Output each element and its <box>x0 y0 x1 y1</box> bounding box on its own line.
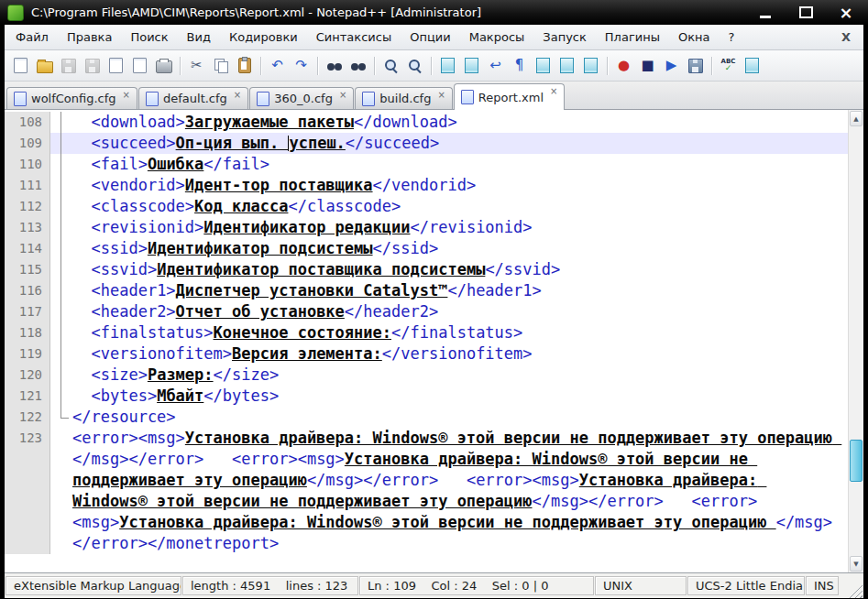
menubar-close-button[interactable]: X <box>829 30 863 44</box>
replace-icon <box>351 63 366 72</box>
record-macro-icon: ● <box>618 59 630 72</box>
editor-line-120[interactable]: 120 <size>Размер:</size> <box>5 365 848 386</box>
resize-grip[interactable] <box>849 584 863 598</box>
zoom-in-button[interactable] <box>379 54 402 77</box>
editor-line-116[interactable]: 116 <header1>Диспетчер установки Catalys… <box>5 280 848 301</box>
menu-settings[interactable]: Опции <box>401 26 459 49</box>
find-button[interactable] <box>323 54 346 77</box>
scrollbar-track[interactable] <box>849 127 863 555</box>
toolbar-separator <box>180 57 181 75</box>
menu-run[interactable]: Запуск <box>533 26 596 49</box>
line-number: 118 <box>5 322 50 343</box>
copy-button[interactable] <box>209 54 232 77</box>
undo-button[interactable]: ↶ <box>266 54 289 77</box>
document-map-button[interactable] <box>579 54 602 77</box>
tab-close-icon[interactable]: × <box>234 90 241 100</box>
menu-macro[interactable]: Макросы <box>460 26 534 49</box>
spell-check-button[interactable]: ABC✓ <box>717 54 740 77</box>
scroll-down-arrow[interactable]: ▼ <box>850 556 863 572</box>
status-doc-type: eXtensible Markup Language <box>5 576 181 595</box>
document-map-icon <box>584 58 598 73</box>
editor-line-110[interactable]: 110 <fail>Ошибка</fail> <box>5 154 848 175</box>
toolbar-separator <box>711 57 712 75</box>
document-monitor-button[interactable] <box>741 54 764 77</box>
indent-guide-icon <box>536 58 550 73</box>
editor-line-123[interactable]: 123<error><msg>Установка драйвера: Windo… <box>5 428 848 554</box>
status-encoding[interactable]: UCS-2 Little Endia <box>687 576 805 595</box>
menu-edit[interactable]: Правка <box>58 26 121 49</box>
menu-search[interactable]: Поиск <box>121 26 177 49</box>
status-insert-mode[interactable]: INS <box>806 576 839 595</box>
redo-button[interactable]: ↷ <box>290 54 313 77</box>
editor-line-119[interactable]: 119 <versionofitem>Версия элемента:</ver… <box>5 343 848 365</box>
save-all-icon <box>85 59 100 73</box>
paste-button[interactable] <box>233 54 256 77</box>
close-all-button[interactable] <box>128 54 151 77</box>
record-macro-button[interactable]: ● <box>612 54 635 77</box>
menu-help[interactable]: ? <box>719 26 743 49</box>
editor-line-121[interactable]: 121 <bytes>Мбайт</bytes> <box>5 386 848 407</box>
menu-encoding[interactable]: Кодировки <box>220 26 307 49</box>
zoom-out-button[interactable] <box>403 54 426 77</box>
editor-line-118[interactable]: 118 <finalstatus>Конечное состояние:</fi… <box>5 322 848 343</box>
cut-button[interactable]: ✂ <box>185 54 208 77</box>
sync-vertical-scroll-button[interactable] <box>436 54 459 77</box>
tab-close-icon[interactable]: × <box>550 86 557 96</box>
menu-window[interactable]: Окна <box>669 26 720 49</box>
playback-macro-button[interactable]: ▶ <box>660 54 683 77</box>
status-eol-format[interactable]: UNIX <box>595 576 687 595</box>
tab-build.cfg[interactable]: build.cfg× <box>355 87 452 109</box>
tab-close-icon[interactable]: × <box>123 90 130 100</box>
window-title: C:\Program Files\AMD\CIM\Reports\Report.… <box>31 5 753 19</box>
editor-line-122[interactable]: 122</resource> <box>5 407 848 428</box>
open-file-button[interactable] <box>33 54 56 77</box>
tab-wolfConfig.cfg[interactable]: wolfConfig.cfg× <box>6 87 137 109</box>
menu-plugins[interactable]: Плагины <box>596 26 669 49</box>
fold-margin <box>50 322 72 343</box>
save-file-icon <box>61 59 76 73</box>
playback-macro-icon: ▶ <box>666 59 677 72</box>
fold-margin <box>50 259 72 280</box>
function-list-button[interactable] <box>555 54 578 77</box>
word-wrap-button[interactable]: ↩ <box>484 54 507 77</box>
close-button[interactable]: × <box>833 5 859 21</box>
file-icon <box>257 92 269 106</box>
vertical-scrollbar[interactable]: ▲ ▼ <box>848 110 863 572</box>
print-button[interactable] <box>152 54 175 77</box>
tab-default.cfg[interactable]: default.cfg× <box>138 87 248 109</box>
toolbar-separator <box>260 57 261 75</box>
editor-line-108[interactable]: 108 <download>Загружаемые пакеты</downlo… <box>5 112 848 133</box>
line-number: 113 <box>5 217 50 238</box>
editor[interactable]: 108 <download>Загружаемые пакеты</downlo… <box>5 110 863 572</box>
editor-line-113[interactable]: 113 <revisionid>Идентификатор редакции</… <box>5 217 848 238</box>
indent-guide-button[interactable] <box>532 54 555 77</box>
scroll-up-arrow[interactable]: ▲ <box>850 111 863 126</box>
sync-horizontal-scroll-button[interactable] <box>460 54 483 77</box>
close-file-button[interactable] <box>104 54 127 77</box>
editor-line-111[interactable]: 111 <vendorid>Идент-тор поставщика</vend… <box>5 175 848 196</box>
replace-button[interactable] <box>346 54 369 77</box>
tab-close-icon[interactable]: × <box>339 90 346 100</box>
editor-line-114[interactable]: 114 <ssid>Идентификатор подсистемы</ssid… <box>5 238 848 259</box>
stop-recording-button[interactable]: ■ <box>636 54 659 77</box>
save-macro-icon <box>688 59 703 73</box>
maximize-button[interactable] <box>793 5 819 21</box>
menu-view[interactable]: Вид <box>178 26 220 49</box>
save-macro-button[interactable] <box>684 54 707 77</box>
menu-language[interactable]: Синтаксисы <box>307 26 401 49</box>
status-length-lines: length : 4591 lines : 123 <box>182 576 358 595</box>
tab-Report.xml[interactable]: Report.xml× <box>454 83 566 110</box>
tab-close-icon[interactable]: × <box>437 90 445 100</box>
minimize-button[interactable] <box>753 5 778 21</box>
function-list-icon <box>560 58 574 73</box>
editor-line-115[interactable]: 115 <ssvid>Идентификатор поставщика подс… <box>5 259 848 280</box>
menu-file[interactable]: Файл <box>6 26 58 49</box>
scrollbar-thumb[interactable] <box>850 440 863 482</box>
new-file-button[interactable] <box>9 54 32 77</box>
editor-line-112[interactable]: 112 <classcode>Код класса</classcode> <box>5 196 848 217</box>
new-file-icon <box>14 58 27 73</box>
show-all-characters-button[interactable]: ¶ <box>508 54 531 77</box>
editor-line-117[interactable]: 117 <header2>Отчет об установке</header2… <box>5 301 848 322</box>
tab-360_0.cfg[interactable]: 360_0.cfg× <box>249 87 354 109</box>
editor-line-109[interactable]: 109 <succeed>Оп-ция вып. успеш.</succeed… <box>5 133 848 154</box>
